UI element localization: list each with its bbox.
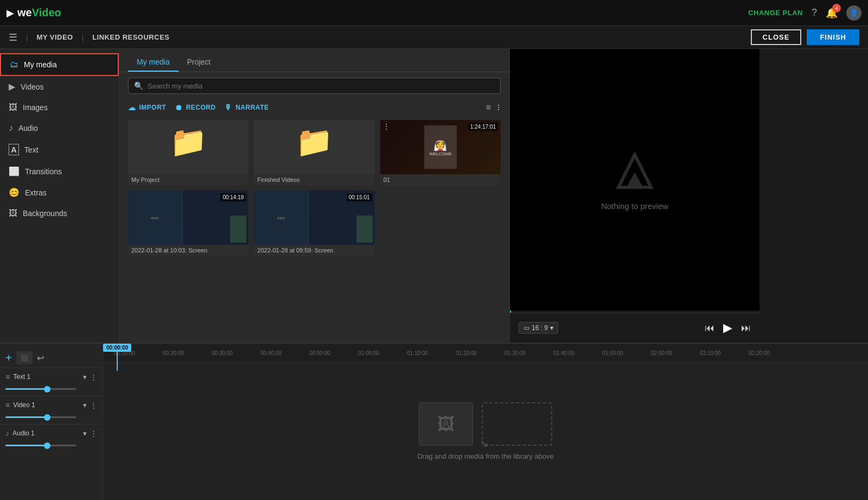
second-nav-left: ☰ | MY VIDEO | LINKED RESOURCES [9,31,169,43]
playhead-line [117,352,118,371]
sidebar-item-extras[interactable]: 😊 Extras [0,182,119,203]
timeline-track-controls: + ⬛ ↩ ≡ Text 1 ▾ ⋮ [0,344,103,500]
track-audio1-volume [5,438,97,448]
track-audio1-more[interactable]: ⋮ [90,429,97,438]
tab-my-media[interactable]: My media [128,54,178,72]
drop-target-zone [482,402,552,446]
track-text1-dropdown[interactable]: ▾ [83,373,87,381]
top-nav-right: CHANGE PLAN ? 🔔 4 👤 [748,5,861,21]
skip-back-button[interactable]: ⏮ [705,322,714,334]
sidebar-item-images[interactable]: 🖼 Images [0,97,119,118]
timeline-section: + ⬛ ↩ ≡ Text 1 ▾ ⋮ [0,343,868,500]
help-icon[interactable]: ? [812,7,817,18]
track-video1-volume-slider[interactable] [5,416,76,418]
sidebar-label-audio: Audio [18,124,38,132]
track-audio1-dropdown[interactable]: ▾ [83,429,87,438]
tick-13: 02:20:00 [749,350,797,356]
media-item-label5: 2022-01-28 at 09:59: Screen [254,245,374,256]
media-search-area: 🔍 [119,72,509,99]
media-item-label3: 01 [380,174,501,185]
track-text1: ≡ Text 1 ▾ ⋮ [0,368,103,396]
preview-logo-area [613,149,656,193]
notifications-button[interactable]: 🔔 4 [826,7,838,19]
skip-forward-button[interactable]: ⏭ [741,322,751,334]
tick-1: 00:20:00 [163,350,212,356]
media-item-label: My Project [128,174,248,185]
track-text1-more[interactable]: ⋮ [90,373,97,381]
import-button[interactable]: ☁ IMPORT [128,103,166,112]
aspect-ratio-selector[interactable]: ▭ 16 : 9 ▾ [519,322,558,334]
track-video1-controls: ▾ ⋮ [83,401,97,409]
record-button[interactable]: ⏺ RECORD [175,103,216,112]
sidebar-item-transitions[interactable]: ⬜ Transitions [0,161,119,182]
filter-icon[interactable]: ⫶ [496,103,501,112]
hamburger-icon[interactable]: ☰ [9,31,17,43]
more-options-icon[interactable]: ⋮ [382,122,390,131]
media-item-label2: Finished Videos [254,174,374,185]
list-item[interactable]: 📁 Finished Videos [254,120,374,185]
list-item[interactable]: ■■■ 00:14:18 2022-01-28 at 10:03: Screen [128,191,248,256]
track-text1-volume [5,381,97,391]
backgrounds-icon: 🖼 [9,208,17,218]
list-item[interactable]: 👰 WELCOME 1:24:17:01 01 ⋮ [380,120,501,185]
sort-icon[interactable]: ≡ [486,103,491,112]
record-icon: ⏺ [175,103,183,112]
logo-area: ▶ weVideo [7,7,61,19]
finish-button[interactable]: FINISH [807,29,859,45]
my-video-tab[interactable]: MY VIDEO [36,31,73,43]
logo[interactable]: ▶ weVideo [7,7,61,19]
timeline-ruler[interactable]: 00:00:00 00:10:00 00:20:00 00:30:00 00:4… [103,344,868,363]
track-text1-volume-slider[interactable] [5,388,76,390]
avatar[interactable]: 👤 [846,5,861,21]
preview-area: Nothing to preview [510,49,760,311]
tick-12: 02:10:00 [700,350,749,356]
add-track-button[interactable]: + [5,352,12,364]
playhead-timecode: 00:00:00 [103,344,131,352]
media-item-label4: 2022-01-28 at 10:03: Screen [128,245,248,256]
change-plan-button[interactable]: CHANGE PLAN [748,9,803,17]
sidebar-item-videos[interactable]: ▶ Videos [0,76,119,97]
drop-visual: 🖼 ↘ [419,402,552,446]
svg-marker-1 [627,172,643,187]
sidebar-label-my-media: My media [24,60,57,69]
second-nav-right: CLOSE FINISH [751,29,859,45]
list-item[interactable]: 📁 My Project [128,120,248,185]
time-ticks: 00:10:00 00:20:00 00:30:00 00:40:00 00:5… [103,350,868,356]
sidebar-item-backgrounds[interactable]: 🖼 Backgrounds [0,203,119,224]
tab-project[interactable]: Project [178,54,220,72]
linked-resources-tab[interactable]: LINKED RESOURCES [92,31,169,43]
media-type-button[interactable]: ⬛ [16,351,33,364]
audio-icon: ♪ [9,123,13,133]
narrate-button[interactable]: 🎙 NARRATE [225,103,269,112]
aspect-ratio-value: 16 : 9 [532,324,548,332]
track-video1-dropdown[interactable]: ▾ [83,401,87,409]
media-toolbar: ☁ IMPORT ⏺ RECORD 🎙 NARRATE ≡ ⫶ [119,99,509,116]
track-audio1-volume-slider[interactable] [5,445,76,446]
folder-icon2: 📁 [296,124,333,160]
drop-hint-text: Drag and drop media from the library abo… [417,452,553,460]
media-panel: My media Project 🔍 ☁ IMPORT ⏺ RECORD [119,49,510,343]
track-video1-name: ≡ Video 1 [5,401,35,409]
list-item[interactable]: ■■■ 00:15:01 2022-01-28 at 09:59: Screen [254,191,374,256]
tick-10: 01:50:00 [602,350,651,356]
search-input[interactable] [148,82,495,90]
preview-scrubber-bar[interactable] [510,311,760,313]
track-video1-more[interactable]: ⋮ [90,401,97,409]
preview-nothing-text: Nothing to preview [601,201,668,211]
preview-controls: ▭ 16 : 9 ▾ ⏮ ▶ ⏭ [510,313,760,343]
track-text1-header: ≡ Text 1 ▾ ⋮ [5,372,97,381]
sidebar-item-text[interactable]: A Text [0,138,119,161]
track-video1-header: ≡ Video 1 ▾ ⋮ [5,401,97,409]
text-icon: A [9,144,19,155]
drop-icon-box: 🖼 ↘ [419,402,473,446]
timeline-tracks-area[interactable]: 🖼 ↘ Drag and drop media from the library… [103,363,868,500]
monitor-icon: ▭ [524,324,529,332]
close-button[interactable]: CLOSE [751,29,802,45]
search-box[interactable]: 🔍 [128,78,501,94]
play-button[interactable]: ▶ [723,321,732,335]
undo-button[interactable]: ↩ [37,353,44,363]
sidebar-item-my-media[interactable]: 🗂 My media [0,53,119,76]
sidebar-item-audio[interactable]: ♪ Audio [0,118,119,138]
extras-icon: 😊 [9,187,20,198]
track-audio1-header: ♪ Audio 1 ▾ ⋮ [5,429,97,438]
